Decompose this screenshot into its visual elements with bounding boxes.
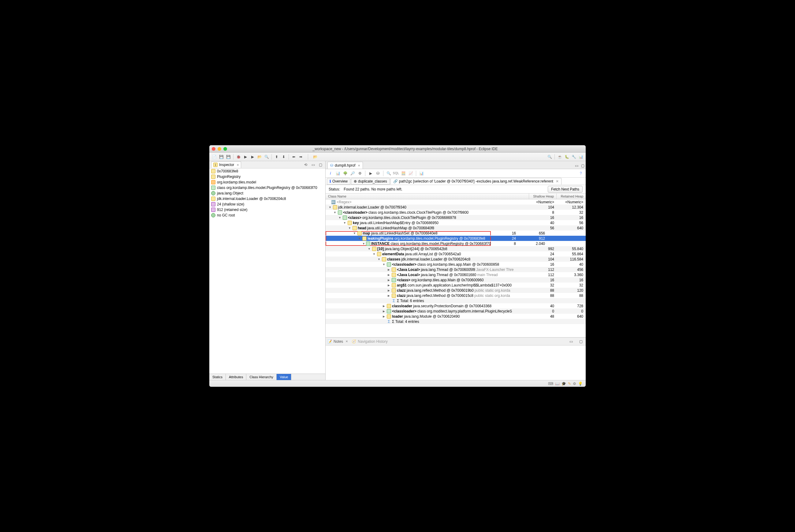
tree-row[interactable]: Σ Σ Total: 4 entries (326, 319, 586, 324)
disclosure-icon[interactable]: ▼ (382, 263, 386, 266)
tree-row[interactable]: ▼classes jdk.internal.loader.Loader @ 0x… (326, 256, 586, 262)
tree-row[interactable]: ▼<classloader> class org.kordamp.tiles.a… (326, 262, 586, 267)
run-query-icon[interactable]: ▶ (367, 170, 374, 176)
sub-tab-value[interactable]: Value (277, 374, 291, 380)
run-icon[interactable]: ▶ (242, 154, 249, 160)
inspector-row[interactable]: no GC root (209, 212, 325, 218)
maximize-icon[interactable]: ▢ (317, 162, 323, 168)
inspector-row[interactable]: org.kordamp.tiles.model (209, 179, 325, 185)
query-tab[interactable]: 🔗path2gc [selection of 'Loader @ 0x7007f… (391, 178, 561, 185)
inspector-row[interactable]: 0x700683fe8 (209, 169, 325, 174)
export-icon[interactable]: ⛁ (375, 170, 381, 176)
tree-row[interactable]: Σ Σ Total: 6 entries (326, 298, 586, 303)
forward-icon[interactable]: ➡ (298, 154, 304, 160)
tree-row[interactable]: ▶clazz java.lang.reflect.Method @ 0x7006… (326, 288, 586, 293)
tree-row[interactable]: ▶<Java Local> java.lang.Thread @ 0x70060… (326, 267, 586, 272)
tree-row[interactable]: ▼<classloader> class org.kordamp.tiles.c… (326, 210, 586, 215)
tree-row[interactable]: ▼ jdk.internal.loader.Loader @ 0x7007f93… (326, 205, 586, 210)
histogram-icon[interactable]: 📊 (335, 170, 341, 176)
inspector-row[interactable]: java.lang.Object (209, 190, 325, 196)
tree-row[interactable]: ▶clazz java.lang.reflect.Method @ 0x7006… (326, 293, 586, 298)
maximize-icon[interactable]: ▢ (578, 339, 584, 345)
tree-row[interactable]: ▶<Java Local> java.lang.Thread @ 0x70060… (326, 272, 586, 277)
search-icon[interactable]: 🔍 (264, 154, 270, 160)
tree-row[interactable]: ▶loader java.lang.Module @ 0x70062049048… (326, 314, 586, 319)
tree-row[interactable]: ▶<class> org.kordamp.tiles.app.Main @ 0x… (326, 277, 586, 283)
disclosure-icon[interactable]: ▼ (357, 237, 361, 240)
disclosure-icon[interactable]: ▼ (348, 227, 351, 230)
disclosure-icon[interactable]: ▶ (387, 294, 391, 297)
notes-body[interactable] (326, 345, 586, 380)
close-window-button[interactable] (212, 147, 215, 151)
tree-row[interactable]: ▼[10] java.lang.Object[244] @ 0x7006542b… (326, 246, 586, 251)
info-icon[interactable]: i (327, 170, 333, 176)
tree-row[interactable]: ▼<class> org.kordamp.tiles.clock.ClockTi… (326, 215, 586, 220)
sub-tab-attributes[interactable]: Attributes (226, 374, 246, 380)
tree-row[interactable]: ▼leakingPlugins org.kordamp.tiles.model.… (326, 236, 586, 241)
fetch-next-paths-button[interactable]: Fetch Next Paths (548, 186, 583, 193)
disclosure-icon[interactable]: ▼ (343, 221, 347, 224)
notes-tab[interactable]: 📝 Notes ✕ (327, 339, 348, 344)
tree-row[interactable]: ▼map java.util.LinkedHashSet @ 0x7006840… (326, 230, 586, 236)
new-icon[interactable]: 📄 (211, 154, 217, 160)
disclosure-icon[interactable]: ▶ (387, 284, 391, 287)
calc-icon[interactable]: 🧮 (400, 170, 406, 176)
perspective-mat-icon[interactable]: 📊 (578, 154, 584, 160)
open-heap-dump-icon[interactable]: 📂 (312, 154, 318, 160)
close-icon[interactable]: ✕ (556, 179, 559, 184)
chart-icon[interactable]: 📊 (418, 170, 424, 176)
disclosure-icon[interactable]: ▶ (382, 315, 386, 318)
minimize-icon[interactable]: ▭ (310, 162, 316, 168)
tree-row[interactable]: ▼INSTANCE class org.kordamp.tiles.model.… (326, 241, 586, 246)
disclosure-icon[interactable]: ▶ (382, 310, 386, 313)
column-retained-heap[interactable]: Retained Heap (557, 193, 586, 199)
perspective-icon[interactable]: 🔧 (571, 154, 577, 160)
disclosure-icon[interactable]: ▶ (387, 273, 391, 277)
disclosure-icon[interactable]: ▼ (367, 247, 371, 250)
inspector-row[interactable]: PluginRegistry (209, 174, 325, 179)
tree-row[interactable]: ▶arg$1 com.sun.javafx.application.Launch… (326, 283, 586, 288)
inspector-row[interactable]: 912 (retained size) (209, 207, 325, 212)
column-class-name[interactable]: Class Name (326, 193, 529, 199)
debug-icon[interactable]: 🐞 (235, 154, 241, 160)
tree-row[interactable]: ▼elementData java.util.ArrayList @ 0x700… (326, 251, 586, 256)
sql-icon[interactable]: SQL (393, 170, 399, 176)
editor-tab-dump[interactable]: ⛁ dump8.hprof ✕ (327, 162, 363, 169)
tree-row[interactable]: ▼head java.util.LinkedHashMap @ 0x700684… (326, 225, 586, 230)
tree-row[interactable]: ▶<classloader> class org.moditect.layrry… (326, 308, 586, 314)
disclosure-icon[interactable]: ▼ (353, 232, 357, 235)
back-icon[interactable]: ⬅ (291, 154, 297, 160)
sub-tab-statics[interactable]: Statics (209, 374, 226, 380)
minimize-icon[interactable]: ▭ (568, 339, 574, 345)
inspector-row[interactable]: 24 (shallow size) (209, 202, 325, 207)
help-icon[interactable]: ? (578, 170, 584, 176)
disclosure-icon[interactable]: ▼ (377, 258, 381, 261)
disclosure-icon[interactable]: ▼ (372, 252, 376, 255)
filter-row[interactable]: 🔤 <Regex> <Numeric> <Numeric> (326, 200, 586, 205)
compare-icon[interactable]: 📈 (408, 170, 414, 176)
perspective-java-icon[interactable]: ☕ (557, 154, 563, 160)
tree-row[interactable]: ▶classloader java.security.ProtectionDom… (326, 303, 586, 308)
close-icon[interactable]: ✕ (345, 340, 348, 343)
close-icon[interactable]: ✕ (358, 164, 360, 167)
find-icon[interactable]: 🔍 (385, 170, 392, 176)
disclosure-icon[interactable]: ▶ (382, 305, 386, 308)
result-table[interactable]: Class Name Shallow Heap Retained Heap 🔤 … (326, 193, 586, 337)
column-shallow-heap[interactable]: Shallow Heap (529, 193, 557, 199)
disclosure-icon[interactable]: ▼ (362, 242, 365, 245)
close-icon[interactable]: ✕ (237, 163, 239, 167)
disclosure-icon[interactable]: ▼ (338, 216, 342, 219)
inspector-row[interactable]: jdk.internal.loader.Loader @ 0x7006204c8 (209, 196, 325, 202)
sub-tab-class-hierarchy[interactable]: Class Hierarchy (246, 374, 277, 380)
minimize-window-button[interactable] (218, 147, 221, 151)
inspector-row[interactable]: class org.kordamp.tiles.model.PluginRegi… (209, 185, 325, 190)
disclosure-icon[interactable]: ▼ (333, 211, 337, 214)
save-icon[interactable]: 💾 (218, 154, 224, 160)
oql-icon[interactable]: 🔎 (349, 170, 356, 176)
disclosure-icon[interactable]: ▶ (387, 289, 391, 292)
query-tab[interactable]: ℹOverview (327, 178, 350, 185)
next-annotation-icon[interactable]: ⬇ (281, 154, 287, 160)
save-all-icon[interactable]: 💾 (225, 154, 231, 160)
coverage-icon[interactable]: ▶ (249, 154, 255, 160)
maximize-pane-icon[interactable]: ▢ (580, 163, 586, 169)
